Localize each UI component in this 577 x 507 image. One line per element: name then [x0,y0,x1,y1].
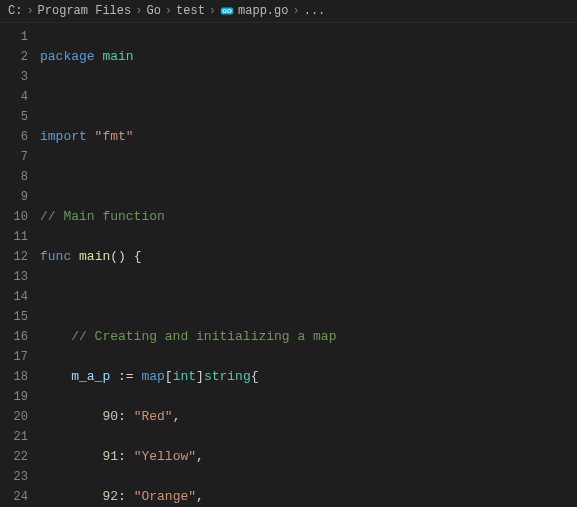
code-line[interactable]: // Main function [40,207,577,227]
chevron-right-icon: › [26,4,33,18]
code-editor[interactable]: 123456789101112131415161718192021222324 … [0,23,577,506]
breadcrumb-part-5[interactable]: ... [304,4,326,18]
line-number-gutter: 123456789101112131415161718192021222324 [0,23,40,506]
breadcrumb-part-0[interactable]: C: [8,4,22,18]
code-line[interactable]: import "fmt" [40,127,577,147]
line-number: 16 [8,327,28,347]
line-number: 4 [8,87,28,107]
line-number: 18 [8,367,28,387]
code-line[interactable]: package main [40,47,577,67]
line-number: 9 [8,187,28,207]
breadcrumb[interactable]: C: › Program Files › Go › test › GO mapp… [0,0,577,23]
line-number: 23 [8,467,28,487]
breadcrumb-part-4[interactable]: mapp.go [238,4,288,18]
breadcrumb-part-1[interactable]: Program Files [38,4,132,18]
line-number: 24 [8,487,28,507]
code-line[interactable]: // Creating and initializing a map [40,327,577,347]
chevron-right-icon: › [165,4,172,18]
line-number: 7 [8,147,28,167]
line-number: 21 [8,427,28,447]
line-number: 6 [8,127,28,147]
svg-text:GO: GO [222,7,232,14]
line-number: 19 [8,387,28,407]
code-line[interactable]: 91: "Yellow", [40,447,577,467]
line-number: 3 [8,67,28,87]
go-file-icon: GO [220,4,234,18]
chevron-right-icon: › [209,4,216,18]
code-line[interactable]: m_a_p := map[int]string{ [40,367,577,387]
breadcrumb-part-3[interactable]: test [176,4,205,18]
code-area[interactable]: package main import "fmt" // Main functi… [40,23,577,506]
code-line[interactable] [40,87,577,107]
line-number: 22 [8,447,28,467]
line-number: 17 [8,347,28,367]
code-line[interactable] [40,287,577,307]
code-line[interactable]: func main() { [40,247,577,267]
code-line[interactable]: 92: "Orange", [40,487,577,507]
chevron-right-icon: › [292,4,299,18]
line-number: 12 [8,247,28,267]
line-number: 1 [8,27,28,47]
line-number: 10 [8,207,28,227]
chevron-right-icon: › [135,4,142,18]
line-number: 15 [8,307,28,327]
line-number: 13 [8,267,28,287]
line-number: 14 [8,287,28,307]
line-number: 8 [8,167,28,187]
line-number: 2 [8,47,28,67]
breadcrumb-part-2[interactable]: Go [146,4,160,18]
line-number: 11 [8,227,28,247]
line-number: 5 [8,107,28,127]
code-line[interactable] [40,167,577,187]
code-line[interactable]: 90: "Red", [40,407,577,427]
line-number: 20 [8,407,28,427]
